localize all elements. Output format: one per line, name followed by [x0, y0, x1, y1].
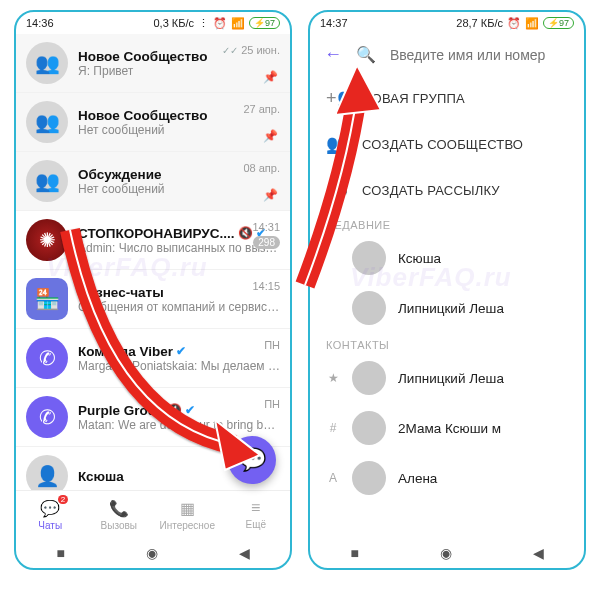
chat-row[interactable]: 👥Новое СообществоЯ: Привет✓✓ 25 июн.📌 [16, 34, 290, 93]
contact-avatar [352, 361, 386, 395]
chat-time: 27 апр. [243, 103, 280, 115]
create-new-group[interactable]: +👥 НОВАЯ ГРУППА [310, 75, 584, 121]
community-icon: 👥 [326, 133, 348, 155]
signal-icon: 📶 [525, 17, 539, 30]
nav-badge: 2 [58, 495, 68, 504]
create-broadcast[interactable]: 📣 СОЗДАТЬ РАССЫЛКУ [310, 167, 584, 213]
pin-icon: 📌 [263, 129, 278, 143]
chat-subtitle: Сообщения от компаний и сервисов [78, 300, 280, 314]
contact-row[interactable]: ★Липницкий Леша [310, 353, 584, 403]
read-checks-icon: ✓✓ [222, 45, 241, 56]
chats-icon: 💬2 [40, 499, 60, 518]
chat-subtitle: Admin: Число выписанных по выздоровлению… [78, 241, 280, 255]
nav-calls[interactable]: 📞 Вызовы [85, 491, 154, 538]
add-group-icon: +👥 [326, 87, 348, 109]
chat-avatar: 🏪 [26, 278, 68, 320]
grid-icon: ▦ [180, 499, 195, 518]
contact-avatar [352, 461, 386, 495]
contact-name: Липницкий Леша [398, 371, 504, 386]
back-arrow-icon[interactable]: ← [324, 44, 342, 65]
status-net: 28,7 КБ/с [456, 17, 503, 29]
battery-icon: ⚡97 [249, 17, 280, 29]
android-nav: ■ ◉ ◀ [310, 538, 584, 568]
chat-row[interactable]: 👥Новое СообществоНет сообщений27 апр.📌 [16, 93, 290, 152]
bluetooth-icon: ⋮ [198, 17, 209, 30]
recent-contact[interactable]: Ксюша [310, 233, 584, 283]
chat-subtitle: Нет сообщений [78, 123, 280, 137]
status-time: 14:37 [320, 17, 348, 29]
chat-avatar: ✆ [26, 396, 68, 438]
contact-avatar [352, 241, 386, 275]
chat-icon: 💬 [239, 447, 266, 473]
search-icon[interactable]: 🔍 [356, 45, 376, 64]
phone-icon: 📞 [109, 499, 129, 518]
recent-contact[interactable]: Липницкий Леша [310, 283, 584, 333]
contact-row[interactable]: #2Мама Ксюши м [310, 403, 584, 453]
contact-name: 2Мама Ксюши м [398, 421, 501, 436]
chat-avatar: ✆ [26, 337, 68, 379]
create-community[interactable]: 👥 СОЗДАТЬ СООБЩЕСТВО [310, 121, 584, 167]
section-recent: НЕДАВНИЕ [310, 213, 584, 233]
chat-row[interactable]: 🏪Бизнес-чатыСообщения от компаний и серв… [16, 270, 290, 329]
chat-time: 08 апр. [243, 162, 280, 174]
alarm-icon: ⏰ [507, 17, 521, 30]
recent-apps-icon[interactable]: ■ [56, 545, 64, 561]
chat-row[interactable]: ✆Команда Viber✔Margarita Poniatskaia: Мы… [16, 329, 290, 388]
chat-row[interactable]: ✺СТОПКОРОНАВИРУС....🔇✔Admin: Число выпис… [16, 211, 290, 270]
verified-icon: ✔ [176, 344, 186, 358]
status-time: 14:36 [26, 17, 54, 29]
chat-title: Purple Group🔇✔ [78, 403, 280, 418]
chat-subtitle: Matan: We are doing our to bring back ou… [78, 418, 280, 432]
chat-time: ПН [264, 398, 280, 410]
contact-name: Липницкий Леша [398, 301, 504, 316]
home-icon[interactable]: ◉ [440, 545, 452, 561]
search-input[interactable] [390, 47, 570, 63]
status-net: 0,3 КБ/с [153, 17, 194, 29]
signal-icon: 📶 [231, 17, 245, 30]
index-key: A [326, 471, 340, 485]
contact-name: Алена [398, 471, 437, 486]
chat-time: ПН [264, 339, 280, 351]
pin-icon: 📌 [263, 70, 278, 84]
chat-avatar: 👤 [26, 455, 68, 490]
alarm-icon: ⏰ [213, 17, 227, 30]
contact-row[interactable]: AАлена [310, 453, 584, 503]
phone-left: 14:36 0,3 КБ/с ⋮ ⏰ 📶 ⚡97 👥Новое Сообщест… [14, 10, 292, 570]
status-bar: 14:37 28,7 КБ/с ⏰ 📶 ⚡97 [310, 12, 584, 34]
chat-title: Команда Viber✔ [78, 344, 280, 359]
index-key: # [326, 421, 340, 435]
chat-title: Бизнес-чаты [78, 285, 280, 300]
back-icon[interactable]: ◀ [239, 545, 250, 561]
home-icon[interactable]: ◉ [146, 545, 158, 561]
chat-list[interactable]: 👥Новое СообществоЯ: Привет✓✓ 25 июн.📌👥Но… [16, 34, 290, 490]
android-nav: ■ ◉ ◀ [16, 538, 290, 568]
pin-icon: 📌 [263, 188, 278, 202]
index-key: ★ [326, 371, 340, 385]
chat-avatar: 👥 [26, 42, 68, 84]
chat-avatar: ✺ [26, 219, 68, 261]
contact-avatar [352, 411, 386, 445]
new-chat-fab[interactable]: 💬 [228, 436, 276, 484]
contact-avatar [352, 291, 386, 325]
search-bar: ← 🔍 [310, 34, 584, 75]
recent-apps-icon[interactable]: ■ [350, 545, 358, 561]
back-icon[interactable]: ◀ [533, 545, 544, 561]
chat-subtitle: Margarita Poniatskaia: Мы делаем все воз… [78, 359, 280, 373]
nav-more[interactable]: ≡ Ещё [222, 491, 291, 538]
status-bar: 14:36 0,3 КБ/с ⋮ ⏰ 📶 ⚡97 [16, 12, 290, 34]
chat-row[interactable]: 👥ОбсуждениеНет сообщений08 апр.📌 [16, 152, 290, 211]
section-contacts: КОНТАКТЫ [310, 333, 584, 353]
chat-time: ✓✓ 25 июн. [222, 44, 280, 56]
battery-icon: ⚡97 [543, 17, 574, 29]
nav-chats[interactable]: 💬2 Чаты [16, 491, 85, 538]
broadcast-icon: 📣 [326, 179, 348, 201]
menu-icon: ≡ [251, 499, 260, 517]
phone-right: 14:37 28,7 КБ/с ⏰ 📶 ⚡97 ← 🔍 +👥 НОВАЯ ГРУ… [308, 10, 586, 570]
nav-feed[interactable]: ▦ Интересное [153, 491, 222, 538]
contact-name: Ксюша [398, 251, 441, 266]
verified-icon: ✔ [185, 403, 195, 417]
bottom-nav: 💬2 Чаты 📞 Вызовы ▦ Интересное ≡ Ещё [16, 490, 290, 538]
chat-avatar: 👥 [26, 160, 68, 202]
mute-icon: 🔇 [238, 226, 253, 240]
chat-subtitle: Я: Привет [78, 64, 280, 78]
